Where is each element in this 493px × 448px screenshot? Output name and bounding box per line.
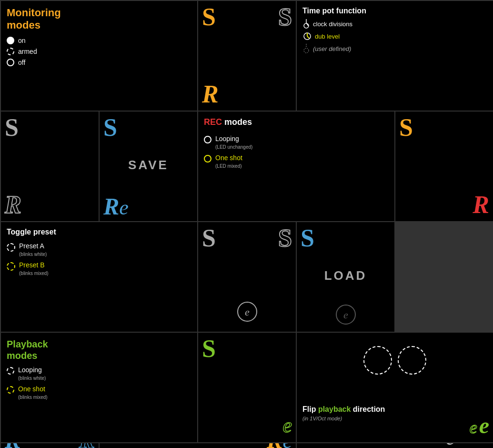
user-defined-icon bbox=[302, 44, 310, 53]
cell-rec-modes-2: REC modes Looping(LED unchanged) One sho… bbox=[198, 112, 394, 221]
preset-a-row: Preset A(blinks white) bbox=[7, 242, 191, 257]
flip-right-circle-icon bbox=[398, 346, 426, 375]
r-orange-punch-2-icon: R bbox=[267, 443, 282, 448]
time-pot-title: Time pot function bbox=[302, 7, 487, 15]
cell-mon-s-indicators: S S R bbox=[198, 1, 296, 111]
cell-monitoring-modes: Monitoringmodes on armed off bbox=[1, 1, 197, 111]
clock-divisions-icon bbox=[302, 19, 310, 29]
mon-on-text: on bbox=[18, 37, 26, 44]
cell-reset-2: S S RESET R R bbox=[1, 443, 99, 448]
r-red-rec-icon: R bbox=[473, 193, 489, 217]
s-orange-rec-2-icon: S bbox=[399, 115, 413, 140]
solid-circle-icon bbox=[7, 37, 14, 44]
cell-save-2: S SAVE R e bbox=[100, 112, 197, 221]
rec-oneshot-row-2: One shot(LED mixed) bbox=[204, 154, 389, 169]
cell-load-2: S LOAD e bbox=[297, 222, 394, 332]
toggle-preset-title: Toggle preset bbox=[7, 228, 191, 236]
cell-playback-s-indicators: S e bbox=[198, 333, 296, 442]
cell-flip-direction: Flip playback direction (in 1V/Oct mode)… bbox=[297, 333, 493, 442]
flip-1v-text: (in 1V/Oct mode) bbox=[302, 414, 342, 422]
cell-playback-modes-2: Playbackmodes Looping(blinks white) One … bbox=[1, 333, 197, 442]
time-pot-user-label: (user defined) bbox=[313, 45, 351, 52]
r-blue-save-icon: R bbox=[103, 194, 119, 218]
outline-circle-icon bbox=[7, 59, 14, 66]
svg-point-7 bbox=[304, 48, 309, 53]
r-outline-reset-2-icon: R bbox=[79, 443, 95, 448]
load-text: LOAD bbox=[297, 268, 394, 283]
cell-time-pot: Time pot function clock divisions dub le… bbox=[297, 1, 493, 111]
e-blue-punch-2-icon: e bbox=[282, 443, 292, 448]
cell-erase-taps-2: Erase taps S e bbox=[297, 443, 493, 448]
s-outline-top-icon: S bbox=[278, 5, 292, 30]
flip-dashed-circles bbox=[302, 346, 487, 375]
preset-b-circle-icon bbox=[7, 262, 15, 271]
s-blue-load-2-icon: S bbox=[301, 226, 314, 251]
s-orange-top-icon: S bbox=[202, 5, 216, 30]
rec-looping-row-2: Looping(LED unchanged) bbox=[204, 135, 389, 150]
rec-looping-2-text: Looping(LED unchanged) bbox=[215, 135, 252, 150]
time-pot-dub-row: dub level bbox=[302, 31, 487, 41]
e-outline-flip-icon: e bbox=[470, 417, 477, 438]
svg-text:e: e bbox=[343, 309, 348, 321]
s-gray-toggle-icon: S bbox=[202, 226, 216, 251]
rec-modes-title: REC modes bbox=[204, 117, 389, 127]
s-gray-timepot-icon: S bbox=[5, 115, 19, 140]
preset-a-text: Preset A(blinks white) bbox=[19, 242, 47, 257]
svg-text:e: e bbox=[245, 306, 250, 318]
mon-off-text: off bbox=[18, 59, 25, 66]
s-green-playback-icon: S bbox=[202, 336, 216, 361]
time-pot-dub-label: dub level bbox=[315, 33, 340, 40]
cell-punch-in-2: Punch inrecord/tempo Punch in record(amb… bbox=[100, 443, 296, 448]
save-re-bottom: R e bbox=[103, 194, 129, 218]
monitoring-title: Monitoringmodes bbox=[7, 7, 191, 32]
dashed-yellow-circle-icon bbox=[7, 386, 14, 394]
mon-off-row: off bbox=[7, 59, 191, 66]
playback-title-2: Playbackmodes bbox=[7, 338, 191, 361]
punch-re-icons-2: R e bbox=[267, 443, 292, 448]
cell-toggle-indicators: S S e bbox=[198, 222, 296, 332]
dashed-circle-icon bbox=[7, 48, 14, 55]
main-layout: Monitoringmodes on armed off S S R Time … bbox=[0, 0, 493, 448]
time-pot-clock-label: clock divisions bbox=[313, 20, 352, 28]
save-text: SAVE bbox=[100, 158, 197, 173]
svg-line-5 bbox=[307, 36, 309, 38]
flip-ee-icons: e e bbox=[470, 412, 489, 438]
s-blue-save-icon: S bbox=[103, 115, 117, 140]
rec-oneshot-2-text: One shot(LED mixed) bbox=[215, 154, 242, 169]
cell-timepot-indicators: S R bbox=[1, 112, 99, 221]
e-circle-toggle-icon: e bbox=[237, 301, 258, 324]
playback-oneshot-row-2: One shot(blinks mixed) bbox=[7, 385, 191, 400]
e-green-playback-icon: e bbox=[282, 413, 292, 438]
mon-armed-row: armed bbox=[7, 48, 191, 55]
playback-looping-2-text: Looping(blinks white) bbox=[18, 366, 46, 381]
mon-armed-text: armed bbox=[18, 48, 37, 55]
circle-outline-rec-2-icon bbox=[204, 136, 211, 143]
cell-toggle-preset: Toggle preset Preset A(blinks white) Pre… bbox=[1, 222, 197, 332]
e-solid-flip-icon: e bbox=[479, 412, 489, 438]
e-blue-save-icon: e bbox=[119, 197, 129, 218]
e-white-erase-2-icon: e bbox=[445, 443, 455, 448]
flip-direction-text: Flip playback direction bbox=[302, 405, 385, 414]
cell-rec-s-indicators: S R bbox=[395, 112, 493, 221]
r-orange-bottom-icon: R bbox=[202, 82, 219, 107]
playback-oneshot-2-text: One shot(blinks mixed) bbox=[18, 385, 48, 400]
playback-looping-row-2: Looping(blinks white) bbox=[7, 366, 191, 381]
r-blue-reset-2-icon: R bbox=[5, 443, 20, 448]
dashed-circle-playback-icon bbox=[7, 367, 14, 375]
s-outline-toggle-icon: S bbox=[278, 226, 292, 251]
time-pot-user-row: (user defined) bbox=[302, 44, 487, 53]
circle-yellow-rec-icon bbox=[204, 155, 211, 163]
dub-level-icon bbox=[302, 31, 312, 41]
preset-b-row: Preset B(blinks mixed) bbox=[7, 261, 191, 276]
mon-on-row: on bbox=[7, 37, 191, 44]
e-outline-load-icon: e bbox=[335, 304, 356, 327]
flip-left-circle-icon bbox=[363, 346, 392, 375]
preset-b-text: Preset B(blinks mixed) bbox=[19, 261, 49, 276]
preset-a-circle-icon bbox=[7, 243, 15, 252]
time-pot-clock-row: clock divisions bbox=[302, 19, 487, 29]
r-outline-timepot-icon: R bbox=[5, 193, 21, 217]
